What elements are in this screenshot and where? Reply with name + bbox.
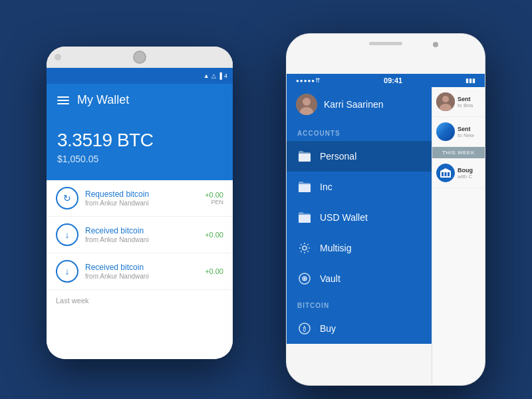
buy-label: Buy	[320, 323, 336, 334]
peek-tx-item[interactable]: Sent to Bria	[432, 87, 485, 117]
tx-details: Requested bitcoin from Ankur Nandwani	[85, 190, 198, 207]
tx-amount: +0.00	[205, 267, 223, 275]
inc-label: Inc	[320, 182, 332, 192]
peek-sub-3: with C	[458, 174, 473, 180]
personal-label: Personal	[320, 151, 356, 162]
svg-rect-16	[442, 172, 444, 176]
android-header: My Wallet	[47, 84, 233, 116]
peek-title-2: Sent	[458, 126, 474, 132]
vault-icon	[297, 271, 312, 286]
svg-rect-17	[445, 172, 447, 176]
svg-marker-19	[440, 168, 451, 171]
tx-subtitle: from Ankur Nandwani	[85, 273, 198, 280]
svg-point-13	[442, 96, 449, 102]
hamburger-line-1	[57, 96, 69, 98]
peek-info-3: Boug with C	[458, 167, 473, 180]
svg-point-9	[304, 278, 305, 279]
usd-amount: $1,050.05	[57, 154, 222, 164]
svg-point-1	[303, 98, 311, 106]
android-top-bar	[47, 47, 233, 68]
svg-rect-18	[448, 172, 450, 176]
hamburger-line-2	[57, 100, 69, 101]
battery-level: 4	[224, 72, 227, 79]
receive-icon-2: ↓	[56, 260, 78, 283]
tx-right: +0.00	[205, 231, 223, 239]
iphone-camera	[433, 42, 438, 47]
tx-right: +0.00	[205, 267, 223, 275]
iphone-speaker	[369, 42, 402, 45]
table-row[interactable]: ↓ Received bitcoin from Ankur Nandwani +…	[47, 253, 233, 290]
peek-sub-2: to New	[458, 132, 474, 138]
tx-title: Requested bitcoin	[85, 190, 198, 199]
signal-icon: △	[211, 72, 216, 79]
android-fingerprint	[133, 51, 146, 64]
this-week-label: THIS WEEK	[432, 147, 485, 158]
folder-icon-usd	[297, 210, 312, 225]
table-row[interactable]: ↻ Requested bitcoin from Ankur Nandwani …	[47, 180, 233, 217]
android-phone: ▲ △ ▐ 4 My Wallet 3.3519 BTC $1,050.05	[47, 47, 233, 359]
hamburger-line-3	[57, 103, 69, 104]
android-status-icons: ▲ △ ▐ 4	[203, 72, 227, 79]
svg-rect-3	[299, 154, 311, 162]
tx-subtitle: from Ankur Nandwani	[85, 200, 198, 207]
folder-icon-inc	[297, 180, 312, 194]
peek-title: Sent	[458, 96, 473, 102]
svg-rect-5	[299, 215, 311, 223]
tx-subtitle: from Ankur Nandwani	[85, 236, 198, 243]
android-screen: ▲ △ ▐ 4 My Wallet 3.3519 BTC $1,050.05	[47, 68, 233, 359]
iphone: ●●●●● ⇈ 09:41 ▮▮▮ Karri Saarinen ACCO	[286, 33, 485, 386]
btc-amount: 3.3519 BTC	[57, 130, 222, 151]
peek-info: Sent to Bria	[458, 96, 473, 108]
iphone-right-peek: Sent to Bria Sent to New THIS WEEK	[432, 87, 485, 386]
folder-icon-personal	[297, 149, 312, 164]
android-wallet-title: My Wallet	[77, 93, 129, 107]
peek-tx-item-3[interactable]: Boug with C	[432, 158, 485, 188]
wifi-icon: ▲	[203, 72, 209, 79]
iphone-top	[287, 34, 485, 74]
tx-amount: +0.00	[205, 191, 223, 199]
avatar	[296, 94, 317, 115]
peek-avatar-bank	[436, 164, 455, 182]
iphone-time: 09:41	[384, 76, 402, 84]
receive-icon: ↓	[56, 223, 78, 246]
table-row[interactable]: ↓ Received bitcoin from Ankur Nandwani +…	[47, 217, 233, 253]
iphone-signal: ●●●●●	[296, 78, 315, 84]
last-week-label: Last week	[47, 290, 233, 311]
peek-avatar-bria	[436, 92, 455, 111]
svg-rect-4	[299, 184, 311, 192]
hamburger-menu-button[interactable]	[57, 96, 69, 104]
peek-tx-item-2[interactable]: Sent to New	[432, 117, 485, 147]
android-status-bar: ▲ △ ▐ 4	[47, 68, 233, 84]
peek-info-2: Sent to New	[458, 126, 474, 138]
iphone-battery: ▮▮▮	[466, 77, 475, 84]
tx-title: Received bitcoin	[85, 263, 198, 272]
bitcoin-icon: ₿	[297, 321, 312, 336]
peek-title-3: Boug	[458, 167, 473, 174]
peek-sub: to Bria	[458, 102, 473, 108]
battery-icon: ▐	[218, 72, 222, 79]
user-avatar-image	[296, 94, 317, 115]
android-hero: 3.3519 BTC $1,050.05	[47, 116, 233, 180]
tx-title: Received bitcoin	[85, 226, 198, 235]
tx-status: PEN	[205, 199, 223, 205]
gear-icon-multisig	[297, 241, 312, 255]
android-transactions: ↻ Requested bitcoin from Ankur Nandwani …	[47, 180, 233, 290]
request-icon: ↻	[56, 187, 78, 209]
tx-right: +0.00 PEN	[205, 191, 223, 205]
phone-container: ▲ △ ▐ 4 My Wallet 3.3519 BTC $1,050.05	[33, 27, 499, 372]
tx-amount: +0.00	[205, 231, 223, 239]
peek-avatar-landscape	[436, 122, 455, 141]
svg-text:₿: ₿	[303, 325, 307, 332]
usd-wallet-label: USD Wallet	[320, 212, 368, 223]
tx-details: Received bitcoin from Ankur Nandwani	[85, 226, 198, 243]
iphone-wifi-icon: ⇈	[315, 77, 321, 84]
multisig-label: Multisig	[320, 243, 351, 253]
svg-point-6	[303, 246, 307, 250]
vault-label: Vault	[320, 273, 340, 284]
android-home-circle	[55, 54, 61, 61]
iphone-status-bar: ●●●●● ⇈ 09:41 ▮▮▮	[287, 74, 485, 87]
tx-details: Received bitcoin from Ankur Nandwani	[85, 263, 198, 280]
